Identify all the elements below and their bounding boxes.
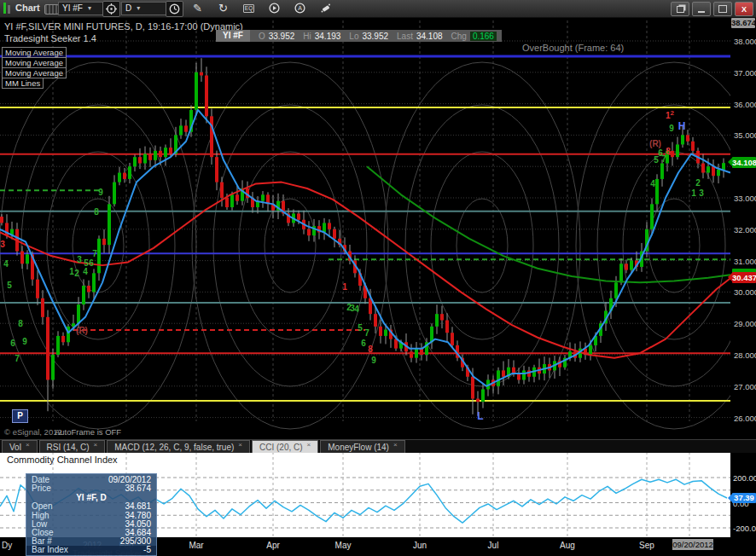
high-label: Hi	[303, 32, 311, 41]
svg-text:2: 2	[695, 178, 701, 188]
price-chart-canvas[interactable]: 3458697123456789(R)12345768945678912(R)2…	[0, 17, 756, 439]
pivot-marker-badge: P	[12, 409, 28, 423]
month-label-sep: Sep	[639, 541, 654, 550]
price-tick-label: 30.000	[734, 287, 756, 297]
tab-close-icon[interactable]: ×	[238, 441, 242, 449]
svg-text:6: 6	[10, 339, 15, 348]
svg-text:7: 7	[15, 354, 20, 363]
month-label-may: May	[335, 541, 352, 550]
symbol-lookup-button[interactable]	[102, 1, 120, 17]
svg-text:4: 4	[83, 267, 88, 276]
autoframe-button[interactable]: A	[292, 1, 308, 15]
cci-tick-label: 200.00	[733, 473, 756, 483]
autoframe-status: AutoFrame is OFF	[55, 427, 121, 437]
svg-text:4: 4	[354, 304, 359, 314]
svg-text:3: 3	[77, 255, 82, 264]
month-label-mar: Mar	[189, 541, 203, 550]
quote-bar: YI #F O 33.952 Hi 34.193 Lo 33.952 Last …	[216, 30, 502, 42]
last-label: Last	[397, 32, 413, 41]
high-value: 34.193	[315, 32, 341, 41]
svg-text:8: 8	[94, 207, 99, 217]
tab-label: RSI (14, C)	[47, 443, 90, 452]
ma-red-price-pill: 30.437	[732, 272, 756, 283]
quote-symbol: YI #F	[216, 30, 250, 42]
price-tick-label: 33.000	[734, 194, 756, 203]
close-button[interactable]: X	[735, 2, 753, 16]
tooltip-barindex-value: -5	[143, 546, 151, 554]
timeline-left-label: Dy	[2, 541, 12, 550]
quote-note-button[interactable]: EQ	[241, 1, 257, 15]
symbol-select[interactable]: YI #F ▾	[58, 2, 104, 15]
svg-text:5: 5	[7, 281, 12, 290]
window-controls: X	[671, 2, 753, 16]
month-label-jun: Jun	[413, 541, 427, 550]
svg-text:4: 4	[3, 259, 9, 269]
cci-value-pill: 37.39	[732, 493, 756, 503]
symbol-value: YI #F	[62, 3, 83, 14]
tab-moneyflow-14[interactable]: MoneyFlow (14)×	[320, 440, 404, 453]
svg-text:7: 7	[364, 328, 369, 338]
cursor-price-pill: 38.674	[731, 18, 755, 28]
value-arrow-icon	[728, 494, 732, 502]
tab-close-icon[interactable]: ×	[94, 441, 98, 449]
svg-text:6: 6	[89, 258, 94, 268]
svg-text:9: 9	[371, 356, 376, 365]
tooltip-price-value: 38.674	[125, 484, 151, 493]
price-tick-label: 26.000	[734, 414, 756, 423]
study-label-mmlines[interactable]: MM Lines	[2, 78, 44, 89]
tab-vol[interactable]: Vol×	[2, 440, 38, 453]
svg-text:(R): (R)	[76, 326, 88, 335]
svg-text:8: 8	[18, 319, 23, 328]
svg-text:12: 12	[666, 109, 675, 120]
svg-text:L: L	[477, 410, 483, 422]
last-price-pill: 34.108	[732, 157, 756, 168]
tab-close-icon[interactable]: ×	[393, 441, 398, 449]
data-tooltip: Date09/20/2012 Price38.674 YI #F, D Open…	[26, 473, 157, 556]
interval-select[interactable]: D ▾	[121, 2, 167, 15]
chart-strip-badge-icon	[44, 4, 59, 14]
time-template-button[interactable]	[166, 1, 183, 17]
price-axis[interactable]: 38.00037.00036.00035.00033.00032.00031.0…	[730, 17, 756, 439]
maximize-button[interactable]	[713, 2, 732, 16]
window-title: Chart	[15, 3, 40, 13]
replay-button[interactable]	[266, 1, 282, 15]
svg-text:9: 9	[98, 188, 103, 197]
change-value: 0.166	[470, 32, 497, 41]
price-tick-label: 29.000	[734, 319, 756, 328]
restore-icon	[677, 6, 684, 13]
tooltip-barindex-label: Bar Index	[32, 546, 68, 554]
tab-label: CCI (20, C)	[259, 443, 303, 452]
play-icon	[269, 3, 280, 14]
overbought-label: OverBought (Frame: 64)	[522, 43, 624, 53]
svg-text:8: 8	[666, 147, 671, 156]
restore-button[interactable]	[671, 2, 689, 16]
auto-icon: A	[294, 3, 305, 14]
cursor-date-pill: 09/20/2012	[672, 539, 713, 550]
tab-close-icon[interactable]: ×	[307, 441, 311, 449]
retracement-tool-button[interactable]: ↻	[215, 1, 231, 15]
eraser-icon	[320, 3, 331, 14]
price-arrow-icon	[728, 158, 732, 166]
link-channel-icon	[3, 3, 12, 14]
change-label: Chg	[451, 32, 467, 41]
study-tab-bar: Vol×RSI (14, C)×MACD (12, 26, C, 9, fals…	[0, 439, 756, 453]
tab-label: MoneyFlow (14)	[328, 443, 389, 452]
tab-macd-12-26-c-9-false-true[interactable]: MACD (12, 26, C, 9, false, true)×	[107, 440, 250, 453]
chart-study-header: Tradesight Seeker 1.4	[4, 33, 96, 43]
price-arrow-icon	[728, 273, 732, 281]
price-tick-label: 37.000	[734, 68, 756, 78]
minimize-button[interactable]	[692, 2, 711, 16]
tab-close-icon[interactable]: ×	[26, 441, 30, 449]
svg-text:H: H	[678, 120, 686, 132]
svg-text:9: 9	[669, 124, 674, 133]
draw-tool-button[interactable]: ✎	[189, 1, 206, 15]
title-bar: Chart YI #F ▾ D ▾	[0, 0, 756, 18]
svg-text:5: 5	[358, 323, 363, 333]
cci-tick-label: -200.00	[733, 524, 756, 533]
month-label-jul: Jul	[488, 541, 499, 550]
eraser-tool-button[interactable]	[317, 1, 334, 15]
tab-cci-20-c[interactable]: CCI (20, C)×	[252, 440, 318, 453]
tab-rsi-14-c[interactable]: RSI (14, C)×	[39, 440, 106, 453]
minimize-icon	[698, 11, 705, 13]
price-tick-label: 32.000	[734, 225, 756, 235]
